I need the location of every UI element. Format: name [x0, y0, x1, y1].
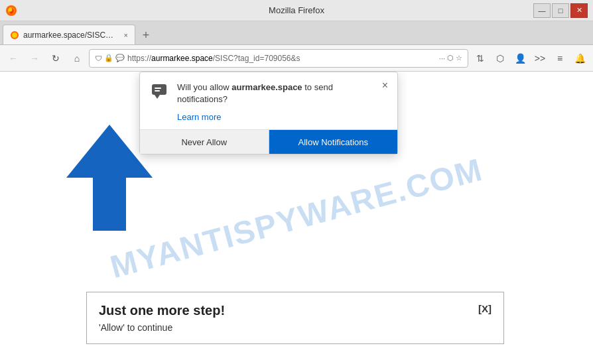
synced-tabs-button[interactable]: ⇅: [471, 49, 490, 68]
svg-marker-6: [155, 95, 160, 99]
info-box: Just one more step! [X] 'Allow' to conti…: [86, 292, 504, 344]
url-scheme: https://: [127, 54, 151, 63]
notification-popup: Will you allow aurmarkee.space to send n…: [139, 72, 398, 154]
nav-bar: ← → ↻ ⌂ 🛡 🔒 💬 https://aurmarkee.space/SI…: [0, 45, 593, 72]
tab-close-icon[interactable]: ×: [124, 31, 128, 39]
svg-rect-8: [155, 90, 160, 91]
popup-buttons: Never Allow Allow Notifications: [140, 129, 397, 154]
tab-bar: aurmarkee.space/SISC?tag × +: [0, 21, 593, 45]
url-display[interactable]: https://aurmarkee.space/SISC?tag_id=7090…: [127, 54, 436, 63]
active-tab[interactable]: aurmarkee.space/SISC?tag ×: [3, 25, 135, 44]
url-path: /SISC?tag_id=709056&s: [213, 54, 300, 63]
forward-button[interactable]: →: [25, 49, 44, 68]
lock-icon: 🔒: [104, 54, 113, 62]
home-button[interactable]: ⌂: [68, 49, 86, 68]
new-tab-button[interactable]: +: [137, 26, 155, 44]
watermark: MYANTISPYWARE.COM: [106, 151, 486, 285]
svg-rect-5: [152, 84, 166, 95]
title-bar: Mozilla Firefox — □ ✕: [0, 0, 593, 21]
menu-button[interactable]: ≡: [551, 49, 569, 68]
popup-message: Will you allow aurmarkee.space to send n…: [177, 82, 375, 105]
containers-button[interactable]: ⬡: [491, 49, 509, 68]
popup-message-prefix: Will you allow: [177, 82, 231, 92]
alert-button[interactable]: 🔔: [570, 49, 589, 68]
info-box-dismiss-button[interactable]: [X]: [478, 303, 492, 314]
popup-site-name: aurmarkee.space: [231, 82, 302, 92]
never-allow-button[interactable]: Never Allow: [140, 130, 269, 154]
popup-close-button[interactable]: ×: [382, 80, 388, 91]
url-host: aurmarkee.space: [151, 54, 213, 63]
allow-notifications-button[interactable]: Allow Notifications: [269, 130, 398, 154]
info-box-subtitle: 'Allow' to continue: [99, 322, 492, 333]
minimize-button[interactable]: —: [533, 3, 551, 18]
svg-rect-7: [155, 88, 161, 89]
browser-content: MYANTISPYWARE.COM Will you allow aurmark…: [0, 72, 593, 364]
svg-point-3: [12, 32, 17, 38]
window-title: Mozilla Firefox: [269, 5, 324, 15]
tab-label: aurmarkee.space/SISC?tag: [23, 30, 117, 40]
container-icon: ⬡: [447, 54, 454, 62]
maximize-button[interactable]: □: [552, 3, 569, 18]
more-options-icon[interactable]: ···: [439, 54, 445, 62]
back-button[interactable]: ←: [4, 49, 23, 68]
extensions-button[interactable]: >>: [531, 49, 549, 68]
account-button[interactable]: 👤: [511, 49, 529, 68]
info-box-title: Just one more step!: [99, 303, 225, 318]
reload-button[interactable]: ↻: [46, 49, 65, 68]
learn-more-link[interactable]: Learn more: [177, 112, 221, 122]
address-bar[interactable]: 🛡 🔒 💬 https://aurmarkee.space/SISC?tag_i…: [89, 49, 468, 68]
shield-icon: 🛡: [95, 54, 102, 62]
tab-favicon-icon: [10, 30, 19, 40]
window-close-button[interactable]: ✕: [570, 3, 588, 18]
notification-chat-icon: [149, 82, 170, 103]
star-bookmark-icon[interactable]: ☆: [456, 54, 462, 62]
firefox-icon: [5, 5, 17, 17]
camera-icon: 💬: [115, 54, 125, 62]
